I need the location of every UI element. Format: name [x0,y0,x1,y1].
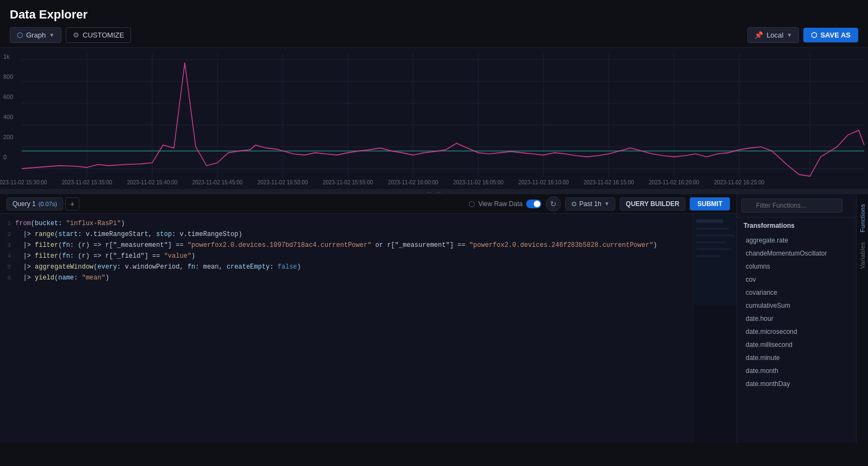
query-tab-1[interactable]: Query 1 (0.07s) [7,197,63,210]
svg-text:2023-11-02 16:15:00: 2023-11-02 16:15:00 [584,179,634,185]
customize-button[interactable]: ⚙ CUSTOMIZE [66,27,131,43]
svg-rect-38 [694,214,736,305]
query-editor-wrapper: 1 from(bucket: "influx-RasPi") 2 |> rang… [0,214,736,443]
customize-button-label: CUSTOMIZE [83,31,124,39]
gear-icon: ⚙ [73,31,79,39]
local-button[interactable]: 📌 Local ▼ [747,27,799,43]
pin-icon: 📌 [754,31,763,39]
header: Data Explorer [0,0,868,27]
svg-text:2023-11-02 16:25:00: 2023-11-02 16:25:00 [714,179,765,185]
svg-text:2023-11-02 16:00:00: 2023-11-02 16:00:00 [388,179,439,185]
query-main: Query 1 (0.07s) + ⬡ View Raw Data ↻ ⊙ [0,194,736,443]
svg-text:2023-11-02 15:50:00: 2023-11-02 15:50:00 [258,179,308,185]
filter-functions-input[interactable] [741,198,842,213]
view-raw-data-icon: ⬡ [469,200,475,208]
filter-input-wrapper: 🔍 [741,198,852,213]
toolbar: ⬡ Graph ▼ ⚙ CUSTOMIZE 📌 Local ▼ ⬡ SAVE A… [0,27,868,47]
code-line-5: 5 |> aggregateWindow(every: v.windowPeri… [0,262,736,272]
query-tabs-left: Query 1 (0.07s) + [7,197,79,210]
fn-item-date-microsecond[interactable]: date.microsecond [739,325,854,338]
code-editor[interactable]: 1 from(bucket: "influx-RasPi") 2 |> rang… [0,214,736,443]
local-dropdown-arrow-icon: ▼ [786,32,792,38]
time-range-button[interactable]: ⊙ Past 1h ▼ [565,197,616,210]
svg-text:2023-11-02 15:30:00: 2023-11-02 15:30:00 [0,179,47,185]
functions-tab[interactable]: Functions [858,200,867,237]
query-tabs-bar: Query 1 (0.07s) + ⬡ View Raw Data ↻ ⊙ [0,194,736,214]
query-tabs-right: ⬡ View Raw Data ↻ ⊙ Past 1h ▼ QUERY BUIL… [469,196,730,212]
fn-item-cov[interactable]: cov [739,273,854,286]
code-minimap [693,214,736,443]
save-icon: ⬡ [811,31,817,39]
code-line-4: 4 |> filter(fn: (r) => r["_field"] == "v… [0,251,736,262]
toggle-knob-icon [534,201,540,207]
query-builder-button[interactable]: QUERY BUILDER [620,197,685,210]
page-title: Data Explorer [10,8,88,22]
y-label-1k: 1k [3,53,10,60]
save-as-button[interactable]: ⬡ SAVE AS [803,28,858,42]
svg-text:2023-11-02 16:05:00: 2023-11-02 16:05:00 [453,179,504,185]
fn-item-date-hour[interactable]: date.hour [739,312,854,325]
svg-text:2023-11-02 16:10:00: 2023-11-02 16:10:00 [519,179,569,185]
functions-list: aggregate.rate chandeMomentumOscillator … [737,232,856,443]
code-line-1: 1 from(bucket: "influx-RasPi") [0,218,736,229]
query-tab-time: (0.07s) [39,201,57,207]
graph-button[interactable]: ⬡ Graph ▼ [10,27,61,43]
add-query-button[interactable]: + [65,197,79,210]
submit-button[interactable]: SUBMIT [690,197,730,210]
view-raw-data-label: View Raw Data [478,200,523,208]
view-raw-data-toggle-group: ⬡ View Raw Data [469,200,541,208]
y-label-400: 400 [3,114,13,120]
y-label-800: 800 [3,73,13,80]
local-button-label: Local [766,31,783,39]
clock-icon: ⊙ [571,200,577,208]
filter-box: 🔍 [737,194,856,218]
time-range-label: Past 1h [579,200,602,208]
fn-item-covariance[interactable]: covariance [739,286,854,299]
svg-text:2023-11-02 16:20:00: 2023-11-02 16:20:00 [649,179,700,185]
refresh-button[interactable]: ↻ [546,196,561,212]
y-label-600: 600 [3,94,13,100]
fn-item-chande[interactable]: chandeMomentumOscillator [739,247,854,260]
fn-item-date-minute[interactable]: date.minute [739,351,854,364]
fn-item-cumulativesum[interactable]: cumulativeSum [739,299,854,312]
chart-resize-handle[interactable]: — — [0,190,868,194]
code-line-3: 3 |> filter(fn: (r) => r["_measurement"]… [0,240,736,251]
refresh-icon: ↻ [550,200,557,208]
graph-chart-icon: ⬡ [17,31,23,39]
query-tab-label: Query 1 [13,200,36,208]
svg-text:2023-11-02 15:45:00: 2023-11-02 15:45:00 [192,179,243,185]
time-range-dropdown-icon: ▼ [604,201,609,207]
fn-item-date-month[interactable]: date.month [739,364,854,377]
functions-panel: 🔍 Transformations aggregate.rate chandeM… [736,194,856,443]
svg-text:2023-11-02 15:35:00: 2023-11-02 15:35:00 [62,179,113,185]
code-line-6: 6 |> yield(name: "mean") [0,272,736,283]
transformations-label: Transformations [737,218,856,232]
view-raw-data-toggle[interactable] [526,200,541,208]
fn-item-aggregate-rate[interactable]: aggregate.rate [739,234,854,247]
variables-tab[interactable]: Variables [858,238,867,274]
svg-text:2023-11-02 15:55:00: 2023-11-02 15:55:00 [323,179,373,185]
far-right-tabs: Functions Variables [856,194,868,443]
y-label-200: 200 [3,134,13,140]
chart-area: 1k 800 600 400 200 0 [0,47,868,190]
svg-text:2023-11-02 15:40:00: 2023-11-02 15:40:00 [127,179,178,185]
query-section: Query 1 (0.07s) + ⬡ View Raw Data ↻ ⊙ [0,194,868,443]
fn-item-columns[interactable]: columns [739,260,854,273]
chart-svg: 2023-11-02 15:30:00 2023-11-02 15:35:00 … [0,48,868,189]
save-as-button-label: SAVE AS [820,31,851,39]
fn-item-date-millisecond[interactable]: date.millisecond [739,338,854,351]
graph-button-label: Graph [26,31,46,39]
graph-dropdown-arrow-icon: ▼ [49,32,54,38]
y-label-0: 0 [3,154,7,160]
toolbar-right: 📌 Local ▼ ⬡ SAVE AS [747,27,858,43]
fn-item-date-monthday[interactable]: date.monthDay [739,377,854,390]
toolbar-left: ⬡ Graph ▼ ⚙ CUSTOMIZE [10,27,131,43]
code-line-2: 2 |> range(start: v.timeRangeStart, stop… [0,229,736,240]
